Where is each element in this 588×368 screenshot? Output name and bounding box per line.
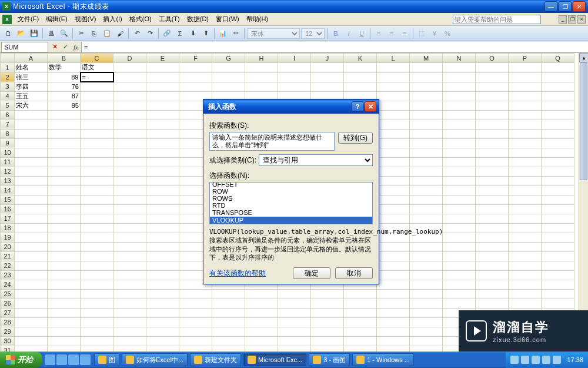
cell-C29[interactable]	[81, 327, 113, 336]
cell-D26[interactable]	[113, 299, 146, 308]
row-header-19[interactable]: 19	[1, 233, 15, 242]
cell-E23[interactable]	[146, 270, 179, 280]
cell-M29[interactable]	[410, 327, 443, 336]
cell-C19[interactable]	[81, 233, 113, 242]
cell-E22[interactable]	[146, 261, 179, 270]
cell-I25[interactable]	[278, 289, 311, 299]
row-header-16[interactable]: 16	[1, 204, 15, 214]
cell-A4[interactable]: 王五	[15, 91, 48, 101]
cell-C8[interactable]	[81, 129, 113, 138]
cell-P17[interactable]	[509, 214, 542, 223]
tray-icon[interactable]	[532, 356, 540, 364]
cell-C27[interactable]	[81, 308, 113, 317]
cell-L26[interactable]	[377, 299, 410, 308]
cell-C28[interactable]	[81, 317, 113, 327]
cell-M21[interactable]	[410, 251, 443, 261]
cell-J25[interactable]	[311, 289, 344, 299]
cell-M15[interactable]	[410, 195, 443, 204]
cell-M10[interactable]	[410, 148, 443, 157]
cell-M9[interactable]	[410, 138, 443, 148]
taskbar-item-0[interactable]: 图	[94, 353, 119, 366]
cell-D4[interactable]	[113, 91, 146, 101]
cell-L8[interactable]	[377, 129, 410, 138]
cell-P19[interactable]	[509, 233, 542, 242]
cell-E30[interactable]	[146, 336, 179, 346]
cell-E29[interactable]	[146, 327, 179, 336]
minimize-button[interactable]: —	[544, 1, 557, 12]
cell-J28[interactable]	[311, 317, 344, 327]
cell-H26[interactable]	[245, 299, 278, 308]
row-header-4[interactable]: 4	[1, 91, 15, 101]
cell-O12[interactable]	[476, 167, 509, 176]
cell-O19[interactable]	[476, 233, 509, 242]
cell-Q21[interactable]	[542, 251, 574, 261]
cell-B24[interactable]	[48, 280, 81, 289]
cell-M20[interactable]	[410, 242, 443, 251]
cell-B9[interactable]	[48, 138, 81, 148]
row-header-3[interactable]: 3	[1, 82, 15, 91]
cell-C3[interactable]	[81, 82, 113, 91]
name-box[interactable]: SUM	[1, 42, 48, 52]
cell-A1[interactable]: 姓名	[15, 63, 48, 73]
cell-F28[interactable]	[179, 317, 212, 327]
cell-A5[interactable]: 宋六	[15, 101, 48, 110]
row-header-28[interactable]: 28	[1, 317, 15, 327]
dialog-help-button[interactable]: ?	[352, 101, 363, 112]
cell-D25[interactable]	[113, 289, 146, 299]
cell-E11[interactable]	[146, 157, 179, 167]
cell-E3[interactable]	[146, 82, 179, 91]
italic-button[interactable]: I	[343, 28, 355, 39]
cell-L12[interactable]	[377, 167, 410, 176]
col-header-P[interactable]: P	[509, 54, 542, 63]
cell-N23[interactable]	[443, 270, 476, 280]
cell-A25[interactable]	[15, 289, 48, 299]
cell-P26[interactable]	[509, 299, 542, 308]
cell-P16[interactable]	[509, 204, 542, 214]
cell-P10[interactable]	[509, 148, 542, 157]
cell-M25[interactable]	[410, 289, 443, 299]
row-header-6[interactable]: 6	[1, 110, 15, 120]
cell-D10[interactable]	[113, 148, 146, 157]
cell-C4[interactable]	[81, 91, 113, 101]
cell-M22[interactable]	[410, 261, 443, 270]
taskbar-item-1[interactable]: 如何将Excel中...	[122, 353, 188, 366]
cell-A12[interactable]	[15, 167, 48, 176]
cell-E14[interactable]	[146, 185, 179, 195]
cell-B16[interactable]	[48, 204, 81, 214]
category-select[interactable]: 查找与引用	[259, 154, 373, 166]
hyperlink-icon[interactable]: 🔗	[161, 28, 173, 39]
cell-P4[interactable]	[509, 91, 542, 101]
dialog-titlebar[interactable]: 插入函数 ? ✕	[203, 100, 379, 114]
cell-O21[interactable]	[476, 251, 509, 261]
cell-J26[interactable]	[311, 299, 344, 308]
cell-D5[interactable]	[113, 101, 146, 110]
cell-O2[interactable]	[476, 72, 509, 82]
cell-D9[interactable]	[113, 138, 146, 148]
cell-K1[interactable]	[344, 63, 377, 73]
function-item-rtd[interactable]: RTD	[210, 202, 372, 209]
cell-O15[interactable]	[476, 195, 509, 204]
col-header-N[interactable]: N	[443, 54, 476, 63]
cell-E28[interactable]	[146, 317, 179, 327]
cell-A11[interactable]	[15, 157, 48, 167]
cell-P20[interactable]	[509, 242, 542, 251]
cell-C16[interactable]	[81, 204, 113, 214]
cell-O11[interactable]	[476, 157, 509, 167]
cell-C23[interactable]	[81, 270, 113, 280]
row-header-25[interactable]: 25	[1, 289, 15, 299]
cell-A20[interactable]	[15, 242, 48, 251]
scroll-thumb[interactable]	[580, 62, 587, 180]
merge-icon[interactable]: ⬚	[416, 28, 427, 39]
cell-L24[interactable]	[377, 280, 410, 289]
cell-L17[interactable]	[377, 214, 410, 223]
cell-N24[interactable]	[443, 280, 476, 289]
cell-P23[interactable]	[509, 270, 542, 280]
cell-A10[interactable]	[15, 148, 48, 157]
function-item-offset[interactable]: OFFSET	[210, 182, 372, 188]
drawing-icon[interactable]: ✏	[230, 28, 242, 39]
cell-L28[interactable]	[377, 317, 410, 327]
cell-E18[interactable]	[146, 223, 179, 233]
cell-M26[interactable]	[410, 299, 443, 308]
cell-O1[interactable]	[476, 63, 509, 73]
cell-A9[interactable]	[15, 138, 48, 148]
